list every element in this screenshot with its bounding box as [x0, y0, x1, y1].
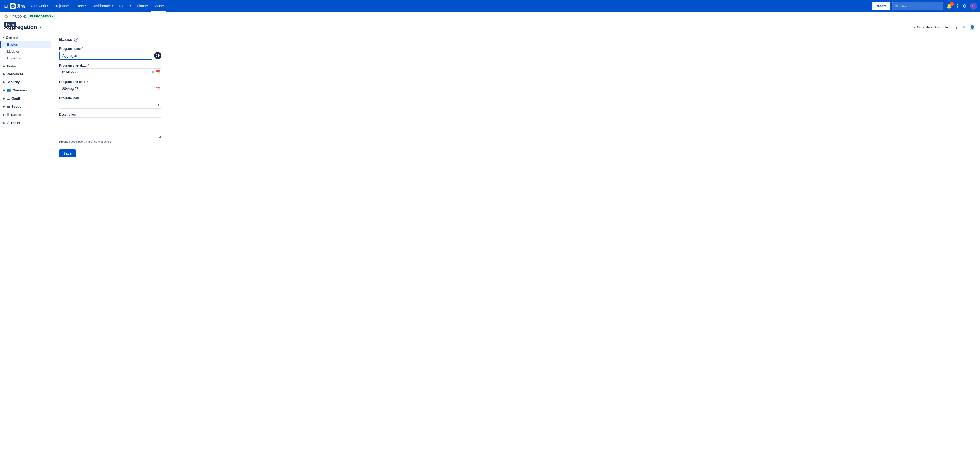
sidebar-item-modules[interactable]: Modules: [0, 48, 51, 55]
description-group: Description Program description, max. 45…: [59, 113, 161, 143]
help-icon[interactable]: ?: [74, 38, 78, 41]
jira-logo[interactable]: Jira: [10, 3, 25, 9]
required-marker: *: [88, 64, 89, 67]
contrast-toggle-icon[interactable]: [154, 52, 161, 59]
main-layout: ▾ General Basics Modules Exporting ▶ Tas…: [0, 31, 980, 466]
help-button[interactable]: ?: [955, 3, 959, 10]
settings-button[interactable]: ⚙: [962, 2, 968, 10]
sidebar-section-tasks-header[interactable]: ▶ Tasks: [0, 63, 51, 70]
logo-text: Jira: [17, 3, 25, 9]
page-header: Aggregation ▾ ← Go to default module ⋮ ✎…: [0, 21, 980, 31]
breadcrumb-prog-link[interactable]: PROG-43: [12, 14, 27, 18]
sidebar-section-overview: ▶ 👥 Overview: [0, 86, 51, 94]
breadcrumb: 🏠 Home / PROG-43 IN PROGRESS ▾: [0, 12, 980, 21]
status-badge: IN PROGRESS ▾: [28, 14, 56, 19]
chevron-right-icon: ▶: [3, 97, 5, 100]
topnav-right-section: Create 🔍 Search 🔔 7 ? ⚙ U: [872, 2, 977, 10]
program-name-label: Program name *: [59, 47, 161, 51]
breadcrumb-separator: /: [10, 14, 11, 18]
page-title-row: Aggregation ▾: [4, 24, 41, 30]
program-name-group: Program name *: [59, 47, 161, 60]
chevron-down-icon: ▾: [3, 36, 4, 39]
chevron-down-icon: ▾: [130, 4, 131, 7]
sidebar-section-scope-header[interactable]: ▶ ☰ Scope: [0, 103, 51, 110]
nav-your-work[interactable]: Your work ▾: [28, 0, 51, 12]
description-textarea[interactable]: [59, 118, 161, 138]
save-button[interactable]: Save: [59, 149, 76, 157]
go-to-default-module-button[interactable]: ← Go to default module: [910, 23, 951, 31]
start-date-calendar-icon[interactable]: 📅: [156, 70, 160, 74]
program-name-input[interactable]: [59, 52, 152, 60]
more-options-icon[interactable]: ⋮: [953, 24, 959, 31]
program-end-date-group: Program end date * ✕ 📅: [59, 80, 161, 92]
sidebar-section-overview-header[interactable]: ▶ 👥 Overview: [0, 86, 51, 94]
avatar[interactable]: U: [970, 3, 977, 10]
sidebar-section-tasks: ▶ Tasks: [0, 63, 51, 70]
chevron-right-icon: ▶: [3, 113, 5, 116]
description-label: Description: [59, 113, 161, 116]
nav-dashboards[interactable]: Dashboards ▾: [89, 0, 116, 12]
end-date-clear-icon[interactable]: ✕: [151, 87, 154, 90]
nav-filters[interactable]: Filters ▾: [72, 0, 89, 12]
program-lead-select-wrap: - ▾: [59, 101, 161, 109]
program-lead-label: Program lead: [59, 97, 161, 100]
start-date-clear-icon[interactable]: ✕: [151, 70, 154, 74]
sidebar-section-security: ▶ Security: [0, 79, 51, 86]
chevron-down-icon: ▾: [47, 4, 48, 7]
sidebar: ▾ General Basics Modules Exporting ▶ Tas…: [0, 31, 51, 466]
program-end-date-input[interactable]: [59, 85, 161, 92]
search-box[interactable]: 🔍 Search: [892, 2, 943, 10]
chevron-right-icon: ▶: [3, 73, 5, 76]
risks-icon: ⊙: [6, 121, 10, 125]
create-button[interactable]: Create: [872, 2, 890, 10]
chevron-right-icon: ▶: [3, 81, 5, 83]
board-icon: ⊞: [6, 113, 10, 117]
end-date-calendar-icon[interactable]: 📅: [156, 86, 160, 91]
home-breadcrumb[interactable]: 🏠 Home: [4, 14, 8, 18]
sidebar-section-board: ▶ ⊞ Board: [0, 111, 51, 118]
sidebar-item-basics[interactable]: Basics: [0, 41, 51, 48]
gantt-icon: ☰: [6, 96, 10, 100]
chevron-down-icon: ▾: [162, 4, 164, 7]
program-start-date-input[interactable]: [59, 68, 161, 76]
program-start-date-label: Program start date *: [59, 64, 161, 67]
person-icon[interactable]: 👤: [969, 24, 976, 31]
nav-projects[interactable]: Projects ▾: [51, 0, 72, 12]
sidebar-section-board-header[interactable]: ▶ ⊞ Board: [0, 111, 51, 118]
top-navigation: ⊞ Jira Your work ▾ Projects ▾ Filters ▾ …: [0, 0, 980, 12]
end-date-input-wrap: ✕ 📅: [59, 85, 161, 92]
chevron-right-icon: ▶: [3, 121, 5, 124]
sidebar-section-risks: ▶ ⊙ Risks: [0, 119, 51, 126]
notification-badge: 7: [950, 2, 954, 6]
program-lead-group: Program lead - ▾: [59, 97, 161, 109]
overview-icon: 👥: [6, 88, 11, 92]
nav-apps[interactable]: Apps ▾: [151, 0, 166, 12]
apps-grid-icon[interactable]: ⊞: [3, 2, 9, 10]
basics-section-title: Basics ?: [59, 37, 972, 42]
chevron-right-icon: ▶: [3, 65, 5, 68]
sidebar-section-general-header[interactable]: ▾ General: [0, 34, 51, 41]
description-hint: Program description, max. 450 characters…: [59, 140, 161, 143]
sidebar-section-gantt-header[interactable]: ▶ ☰ Gantt: [0, 95, 51, 102]
chevron-right-icon: ▶: [3, 89, 5, 92]
notifications-button[interactable]: 🔔 7: [945, 2, 953, 10]
page-header-actions: ← Go to default module ⋮ ✎ 👤: [910, 23, 976, 31]
nav-plans[interactable]: Plans ▾: [134, 0, 150, 12]
sidebar-section-scope: ▶ ☰ Scope: [0, 103, 51, 110]
program-lead-select[interactable]: -: [59, 101, 161, 109]
page-title: Aggregation: [4, 24, 37, 30]
nav-teams[interactable]: Teams ▾: [116, 0, 134, 12]
home-icon: 🏠: [4, 14, 8, 18]
program-end-date-label: Program end date *: [59, 80, 161, 84]
edit-icon[interactable]: ✎: [961, 24, 967, 31]
page-title-chevron-icon[interactable]: ▾: [39, 25, 41, 30]
sidebar-section-general: ▾ General Basics Modules Exporting: [0, 34, 51, 62]
chevron-down-icon: ▾: [146, 4, 148, 7]
sidebar-section-resources-header[interactable]: ▶ Resources: [0, 71, 51, 78]
sidebar-section-risks-header[interactable]: ▶ ⊙ Risks: [0, 119, 51, 126]
scope-icon: ☰: [6, 104, 10, 108]
sidebar-item-exporting[interactable]: Exporting: [0, 55, 51, 62]
chevron-down-icon: ▾: [85, 4, 86, 7]
main-content: Basics ? Program name * Prog: [51, 31, 980, 466]
sidebar-section-security-header[interactable]: ▶ Security: [0, 79, 51, 86]
